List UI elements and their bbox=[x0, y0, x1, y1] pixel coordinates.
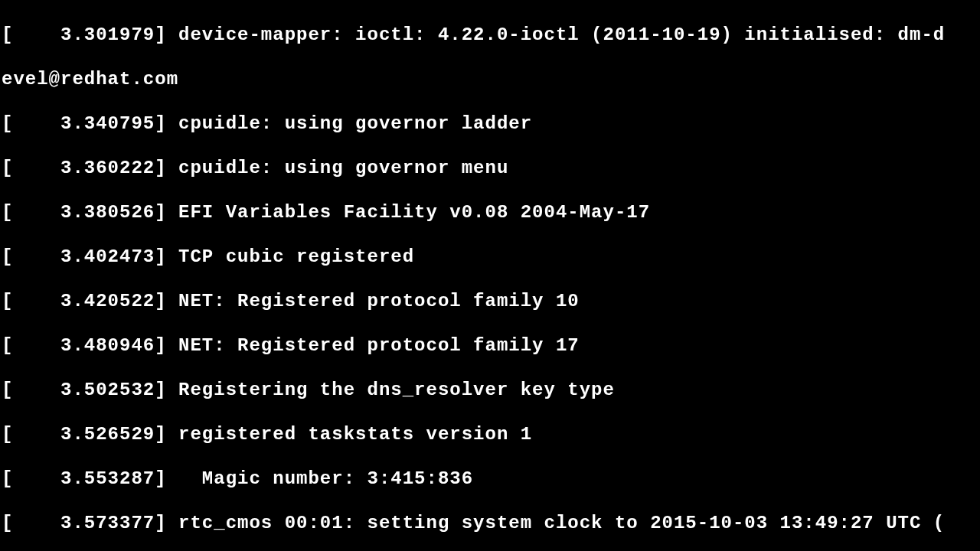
dmesg-line: [ 3.340795] cpuidle: using governor ladd… bbox=[2, 112, 980, 135]
dmesg-line: [ 3.360222] cpuidle: using governor menu bbox=[2, 157, 980, 179]
dmesg-line: [ 3.420522] NET: Registered protocol fam… bbox=[2, 290, 980, 312]
dmesg-line: [ 3.502532] Registering the dns_resolver… bbox=[2, 379, 980, 401]
boot-console: [ 3.301979] device-mapper: ioctl: 4.22.0… bbox=[0, 0, 980, 551]
dmesg-line: [ 3.301979] device-mapper: ioctl: 4.22.0… bbox=[2, 24, 980, 46]
dmesg-line: [ 3.553287] Magic number: 3:415:836 bbox=[2, 468, 980, 490]
dmesg-line: [ 3.526529] registered taskstats version… bbox=[2, 423, 980, 445]
dmesg-line: evel@redhat.com bbox=[2, 68, 980, 90]
dmesg-line: [ 3.402473] TCP cubic registered bbox=[2, 246, 980, 268]
dmesg-line: [ 3.573377] rtc_cmos 00:01: setting syst… bbox=[2, 512, 980, 534]
dmesg-line: [ 3.480946] NET: Registered protocol fam… bbox=[2, 334, 980, 357]
dmesg-line: [ 3.380526] EFI Variables Facility v0.08… bbox=[2, 201, 980, 223]
